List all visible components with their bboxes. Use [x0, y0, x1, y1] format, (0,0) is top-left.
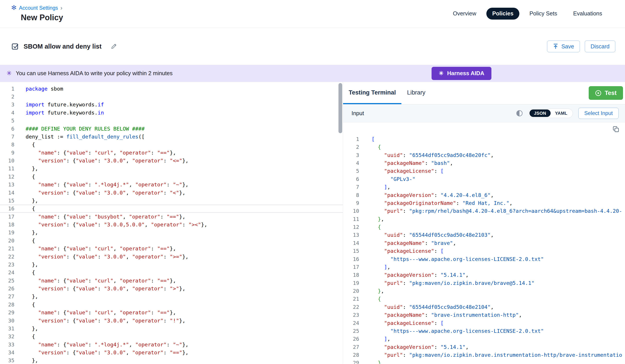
code-text: "version": {"value": "3.0.0", "operator"… — [14, 253, 188, 261]
code-line-9: 9 "name": {"value": "curl", "operator": … — [0, 149, 343, 157]
code-line-12: 12 { — [0, 173, 343, 181]
save-button-label: Save — [562, 43, 574, 50]
line-number: 12 — [0, 173, 14, 181]
select-input-button[interactable]: Select Input — [578, 108, 619, 119]
code-line-5: 5 "packageLicense": [ — [343, 167, 625, 175]
code-line-15: 15 "packageLicense": [ — [343, 247, 625, 255]
harness-aida-button[interactable]: ✳ Harness AIDA — [432, 67, 491, 80]
code-line-15: 15 }, — [0, 197, 343, 205]
header: ✻ Account Settings › New Policy Overview… — [0, 0, 625, 28]
format-option-json[interactable]: JSON — [530, 110, 551, 117]
panel-tab-library[interactable]: Library — [401, 82, 431, 104]
nav-tab-policies[interactable]: Policies — [486, 8, 520, 20]
code-line-27: 27 }, — [0, 293, 343, 301]
line-number: 5 — [0, 117, 14, 125]
line-number: 23 — [343, 311, 359, 319]
code-line-26: 26 "version": {"value": "3.0.0", "operat… — [0, 285, 343, 293]
input-json-lines: 1[2 {3 "uuid": "65544df05cc9ad50c48e20fc… — [343, 122, 625, 364]
code-text: }, — [14, 197, 38, 205]
line-number: 16 — [0, 205, 14, 213]
code-text — [14, 93, 26, 101]
nav-tab-policy-sets[interactable]: Policy Sets — [524, 8, 563, 20]
code-text: "packageLicense": [ — [359, 167, 444, 175]
test-button[interactable]: Test — [589, 86, 623, 100]
code-text: "uuid": "65544df05cc9ad50c48e2104", — [359, 303, 494, 311]
code-line-21: 21 { — [343, 295, 625, 303]
contrast-icon[interactable] — [516, 110, 523, 117]
code-line-5: 5 — [0, 117, 343, 125]
line-number: 3 — [0, 101, 14, 109]
policy-code-lines: 1package sbom23import future.keywords.if… — [0, 82, 343, 364]
code-text: package sbom — [14, 85, 63, 93]
edit-pencil-icon[interactable] — [111, 43, 117, 50]
code-line-13: 13 "name": {"value": ".*log4j.*", "opera… — [0, 181, 343, 189]
policy-code-editor[interactable]: 1package sbom23import future.keywords.if… — [0, 82, 343, 364]
line-number: 2 — [343, 143, 359, 151]
line-number: 18 — [0, 221, 14, 229]
code-line-29: 29 "name": {"value": "curl", "operator":… — [0, 308, 343, 316]
breadcrumb-account-settings-link[interactable]: Account Settings — [19, 5, 58, 11]
line-number: 21 — [0, 245, 14, 252]
line-number: 6 — [0, 125, 14, 133]
code-line-1: 1package sbom — [0, 85, 343, 93]
code-line-7: 7deny_list := fill_default_deny_rules([ — [0, 133, 343, 141]
code-line-10: 10 "version": {"value": "3.0.0", "operat… — [0, 157, 343, 165]
code-line-28: 28 "purl": "pkg:maven/io.zipkin.brave.in… — [343, 351, 625, 359]
test-button-label: Test — [605, 89, 617, 96]
input-json-viewer[interactable]: 1[2 {3 "uuid": "65544df05cc9ad50c48e20fc… — [343, 122, 625, 364]
line-number: 24 — [0, 269, 14, 277]
code-text: "name": {"value": "curl", "operator": "=… — [14, 245, 176, 252]
code-text: "name": {"value": "curl", "operator": "=… — [14, 277, 176, 285]
line-number: 7 — [343, 183, 359, 191]
policy-editor-page: ✻ Account Settings › New Policy Overview… — [0, 0, 625, 364]
editor-scrollbar[interactable] — [339, 83, 342, 133]
code-line-13: 13 "uuid": "65544df05cc9ad50c48e2103", — [343, 231, 625, 239]
policy-name: SBOM allow and deny list — [24, 43, 101, 50]
code-text: }, — [359, 287, 384, 295]
nav-tab-evaluations[interactable]: Evaluations — [567, 8, 608, 20]
code-line-19: 19 }, — [0, 229, 343, 236]
code-text: "uuid": "65544df05cc9ad50c48e20fc", — [359, 151, 494, 159]
format-option-yaml[interactable]: YAML — [551, 110, 572, 117]
line-number: 14 — [0, 189, 14, 197]
code-line-8: 8 "packageVersion": "4.4.20-4.el8_6", — [343, 191, 625, 199]
breadcrumb-chevron-icon: › — [61, 4, 62, 11]
harness-aida-button-label: Harness AIDA — [447, 70, 484, 77]
code-line-31: 31 }, — [0, 325, 343, 333]
code-text: }, — [14, 165, 38, 172]
code-text: }, — [14, 229, 38, 236]
code-line-20: 20 { — [0, 237, 343, 245]
nav-tab-overview[interactable]: Overview — [447, 8, 482, 20]
code-line-6: 6 "GPLv3-" — [343, 175, 625, 183]
code-line-11: 11 }, — [0, 165, 343, 172]
line-number: 10 — [343, 207, 359, 215]
code-text: { — [14, 205, 35, 213]
code-line-17: 17 ], — [343, 263, 625, 271]
aida-sparkle-icon: ✳ — [6, 70, 12, 77]
code-line-2: 2 { — [343, 143, 625, 151]
discard-button[interactable]: Discard — [585, 40, 615, 53]
line-number: 15 — [343, 247, 359, 255]
line-number: 1 — [0, 85, 14, 93]
code-text: "packageLicense": [ — [359, 247, 444, 255]
code-text: "packageVersion": "5.14.1", — [359, 343, 469, 351]
code-line-25: 25 "name": {"value": "curl", "operator":… — [0, 277, 343, 285]
line-number: 29 — [343, 359, 359, 363]
code-line-1: 1[ — [343, 135, 625, 143]
code-text: { — [14, 269, 35, 277]
code-line-26: 26 ], — [343, 335, 625, 343]
code-text: "name": {"value": ".*log4j.*", "operator… — [14, 181, 188, 189]
code-text: "purl": "pkg:maven/io.zipkin.brave/brave… — [359, 279, 534, 287]
play-circle-icon — [595, 90, 601, 96]
code-text: "version": {"value": "3.0.0,5.0.0", "ope… — [14, 221, 207, 229]
code-line-24: 24 "packageLicense": [ — [343, 319, 625, 327]
save-button[interactable]: Save — [547, 40, 580, 53]
copy-icon[interactable] — [613, 126, 619, 132]
panel-tab-testing-terminal[interactable]: Testing Terminal — [343, 82, 401, 104]
code-line-10: 10 "purl": "pkg:rpm/rhel/bash@4.4.20-4.e… — [343, 207, 625, 215]
code-text: "https---www.apache.org-licenses-LICENSE… — [359, 327, 544, 335]
code-text: { — [14, 333, 35, 340]
line-number: 25 — [0, 277, 14, 285]
input-toolbar: Input JSONYAML Select Input — [343, 104, 625, 122]
code-text: }, — [14, 293, 38, 301]
